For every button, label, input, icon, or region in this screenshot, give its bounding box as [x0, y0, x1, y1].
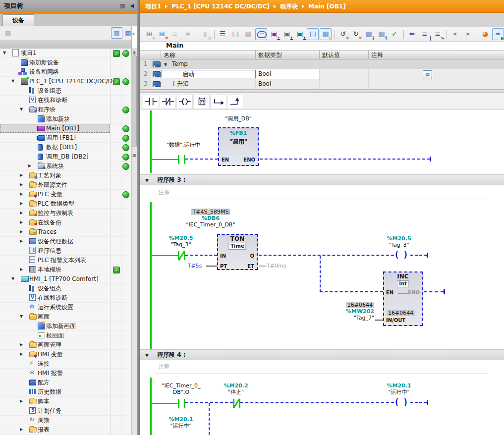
ton-timer-block[interactable]: TON Time IN Q PT ET	[217, 234, 258, 270]
tree-item-系统块[interactable]: ▶系统块	[0, 162, 131, 171]
expander-closed-icon[interactable]: ▶	[20, 237, 23, 246]
collapse-panel-icon[interactable]: ◀	[130, 0, 134, 12]
tab-devices[interactable]: 设备	[2, 14, 34, 26]
delete-network-button[interactable]: ⊞✕	[156, 28, 168, 40]
contact-icon[interactable]	[184, 155, 185, 164]
expander-open-icon[interactable]: ▼	[11, 274, 14, 283]
pin-q[interactable]: Q	[250, 253, 254, 259]
open-new-view-icon[interactable]: ▦➜	[122, 27, 134, 39]
tree-item-添加新画面[interactable]: 添加新画面	[0, 322, 131, 331]
tree-item-HMI-变量[interactable]: ▶HMI 变量	[0, 350, 131, 359]
col-name[interactable]: 名称	[161, 51, 256, 59]
name-cell[interactable]: 上升沿	[161, 79, 256, 89]
default-cell[interactable]	[320, 79, 369, 89]
tree-item-设备组态[interactable]: 设备组态	[0, 284, 131, 293]
goto-definition-button[interactable]: ≡|	[419, 28, 431, 40]
tree-item-PLC-数据类型[interactable]: ▶PLC 数据类型	[0, 199, 131, 209]
nc-contact-operand-label[interactable]: %M20.2 "停止"	[216, 382, 256, 395]
tree-item-配方[interactable]: 配方	[0, 378, 131, 387]
tree-item-工艺对象[interactable]: ▶工艺对象	[0, 171, 131, 180]
tree-item-历史数据[interactable]: 历史数据	[0, 387, 131, 397]
coil-icon[interactable]: ()	[391, 251, 410, 262]
tree-item-根画面[interactable]: 根画面	[0, 331, 131, 340]
comment-cell[interactable]	[369, 79, 504, 89]
tree-item-PLC-变量[interactable]: ▶PLC 变量	[0, 190, 131, 199]
temp-expander-icon[interactable]: ▼	[164, 60, 167, 69]
tree-item-设备代理数据[interactable]: ▶设备代理数据	[0, 237, 131, 246]
default-cell[interactable]	[320, 59, 369, 69]
expander-closed-icon[interactable]: ▶	[20, 425, 23, 434]
absolute-operands-button[interactable]: ☰	[217, 28, 228, 40]
inc-block[interactable]: INC Int EN ENO 16#0644 IN/OUT	[383, 272, 423, 326]
col-datatype[interactable]: 数据类型	[256, 51, 320, 59]
expander-closed-icon[interactable]: ▶	[20, 218, 23, 227]
expander-open-icon[interactable]: ▼	[11, 77, 14, 86]
tree-item-设备组态[interactable]: 设备组态	[0, 86, 131, 96]
call-environment-button[interactable]: ◕	[479, 28, 491, 40]
tree-item-在线和诊断[interactable]: 在线和诊断	[0, 293, 131, 303]
pin-eno[interactable]: ENO	[243, 157, 255, 163]
tree-item-监控与强制表[interactable]: ▶监控与强制表	[0, 209, 131, 218]
expander-closed-icon[interactable]: ▶	[20, 199, 23, 208]
tree-item-Traces[interactable]: ▶Traces	[0, 227, 131, 237]
expander-closed-icon[interactable]: ▶	[20, 180, 23, 189]
table-row[interactable]: 1 ▼ Temp	[140, 59, 504, 69]
freeform-comments-toggle-button[interactable]: ▤	[307, 28, 319, 40]
pt-constant[interactable]: T#5s	[185, 263, 205, 269]
tree-item-程序块[interactable]: ▼程序块	[0, 105, 131, 114]
tree-item-在线和诊断[interactable]: 在线和诊断	[0, 96, 131, 105]
tree-item-HMI-报警[interactable]: ✉HMI 报警	[0, 369, 131, 378]
contact-operand-label[interactable]: "IEC_Timer_0_ DB".Q	[155, 382, 207, 395]
tree-item-调用_DB-DB2-[interactable]: 调用_DB [DB2]	[0, 152, 131, 162]
contact-icon[interactable]	[178, 155, 179, 164]
expander-closed-icon[interactable]: ▶	[20, 190, 23, 199]
favorites-toggle-button[interactable]: ▦★	[320, 28, 332, 40]
type-cell[interactable]: Bool ▤	[256, 69, 320, 79]
breadcrumb-main[interactable]: Main [OB1]	[308, 3, 346, 10]
expander-closed-icon[interactable]: ▶	[20, 209, 23, 218]
name-cell[interactable]: 启动	[161, 69, 256, 79]
check-consistency-button[interactable]: ✓	[389, 28, 400, 40]
insert-operand-button[interactable]: ▣±	[294, 28, 306, 40]
name-edit-field[interactable]: 启动	[162, 70, 256, 78]
type-cell[interactable]: Bool	[256, 79, 320, 89]
col-default[interactable]: 默认值	[320, 51, 369, 59]
tree-item-程序信息[interactable]: 程序信息	[0, 246, 131, 256]
col-comment[interactable]: 注释	[369, 51, 504, 59]
tree-item-本地模块[interactable]: ▶本地模块✓	[0, 265, 131, 274]
discard-changes-button[interactable]: ↺✕	[337, 28, 349, 40]
insert-comment-block-button[interactable]: ▣±	[281, 28, 293, 40]
network-comments-toggle-button[interactable]: ···	[255, 28, 267, 40]
network-collapse-icon[interactable]: ▼	[145, 351, 149, 360]
comment-cell[interactable]	[369, 59, 504, 69]
breadcrumb-project[interactable]: 项目1	[145, 3, 161, 10]
tree-item-运行系统设置[interactable]: ⚙运行系统设置	[0, 303, 131, 312]
insert-block-call-button[interactable]: ▣±	[268, 28, 280, 40]
table-row[interactable]: 2 启动 Bool ▤	[140, 69, 504, 79]
type-cell[interactable]	[256, 59, 320, 69]
tree-item-设备和网络[interactable]: 设备和网络	[0, 67, 131, 77]
network-4-comment[interactable]: 注释	[159, 363, 169, 371]
network-4-header[interactable]: ▼ 程序段 4 : .....	[140, 349, 504, 360]
ton-datatype[interactable]: Time	[228, 243, 246, 250]
goto-next-jump-button[interactable]: »	[462, 28, 474, 40]
expander-closed-icon[interactable]: ▶	[20, 340, 23, 349]
favorite-coil-button[interactable]	[176, 95, 193, 109]
inc-datatype[interactable]: Int	[397, 280, 409, 287]
expander-closed-icon[interactable]: ▶	[20, 397, 23, 406]
tree-item-报表[interactable]: ▶报表	[0, 425, 131, 435]
splitter-grip-icon[interactable]: ≡	[131, 150, 137, 161]
expand-networks-button[interactable]: ▤	[229, 28, 241, 40]
timer-db-labels[interactable]: T#4S_589MS %DB6 "IEC_Timer_0_DB"	[183, 209, 238, 228]
coil-operand-label[interactable]: %M20.1 "运行中"	[379, 382, 419, 395]
default-cell[interactable]	[320, 69, 369, 79]
expander-closed-icon[interactable]: ▶	[20, 171, 23, 180]
contact-icon[interactable]	[178, 399, 179, 408]
load-snapshot-button[interactable]: ▥↓	[363, 28, 375, 40]
favorite-open-branch-button[interactable]	[210, 95, 226, 109]
details-view-icon[interactable]: ▦	[111, 27, 122, 39]
expander-closed-icon[interactable]: ▶	[20, 350, 23, 359]
expander-closed-icon[interactable]: ▶	[20, 227, 23, 236]
tree-item-添加新设备[interactable]: 添加新设备	[0, 58, 131, 67]
network-3-comment[interactable]: 注释	[159, 189, 169, 196]
